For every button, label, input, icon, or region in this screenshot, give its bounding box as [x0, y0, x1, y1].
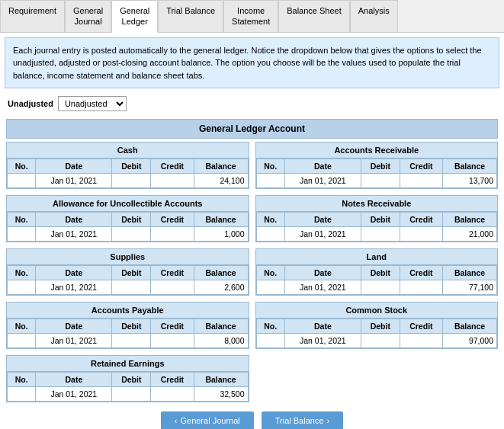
section-title: General Ledger Account: [6, 119, 498, 139]
main-content: General Ledger Account Cash No. Date Deb…: [0, 116, 504, 429]
col-credit: Credit: [400, 213, 443, 227]
supplies-table: No. Date Debit Credit Balance Jan 01, 20…: [7, 265, 249, 295]
col-balance: Balance: [443, 319, 497, 334]
ledger-accounts-payable: Accounts Payable No. Date Debit Credit B…: [6, 302, 249, 349]
col-no: No.: [256, 159, 284, 174]
col-date: Date: [36, 319, 112, 334]
col-balance: Balance: [194, 266, 248, 280]
col-date: Date: [36, 373, 112, 387]
tab-general-ledger[interactable]: GeneralLedger: [111, 0, 158, 33]
col-date: Date: [36, 213, 112, 227]
tab-trial-balance[interactable]: Trial Balance: [158, 0, 223, 32]
col-debit: Debit: [112, 213, 151, 227]
col-credit: Credit: [151, 159, 194, 174]
ar-header: Accounts Receivable: [256, 142, 498, 158]
ap-header: Accounts Payable: [7, 303, 249, 319]
col-credit: Credit: [151, 373, 194, 387]
col-no: No.: [8, 213, 36, 227]
tab-general-journal[interactable]: GeneralJournal: [65, 0, 111, 32]
col-date: Date: [36, 266, 112, 280]
re-header: Retained Earnings: [7, 356, 249, 372]
col-balance: Balance: [443, 266, 497, 280]
dropdown-label: Unadjusted: [8, 99, 53, 108]
ledger-retained-earnings: Retained Earnings No. Date Debit Credit …: [6, 355, 249, 402]
allowance-table: No. Date Debit Credit Balance Jan 01, 20…: [7, 212, 249, 242]
col-no: No.: [256, 319, 284, 334]
table-row: Jan 01, 2021 8,000: [8, 334, 249, 348]
col-no: No.: [256, 266, 284, 280]
col-debit: Debit: [361, 159, 400, 174]
table-row: Jan 01, 2021 1,000: [8, 227, 249, 242]
col-balance: Balance: [194, 319, 248, 334]
col-no: No.: [256, 213, 284, 227]
next-button-label: Trial Balance: [275, 416, 324, 425]
col-date: Date: [36, 159, 112, 174]
next-button[interactable]: Trial Balance ›: [262, 411, 343, 429]
col-debit: Debit: [112, 159, 151, 174]
nr-header: Notes Receivable: [256, 196, 498, 212]
tab-income-statement[interactable]: IncomeStatement: [223, 0, 278, 32]
col-balance: Balance: [194, 373, 248, 387]
col-debit: Debit: [112, 319, 151, 334]
col-credit: Credit: [151, 266, 194, 280]
allowance-header: Allowance for Uncollectible Accounts: [7, 196, 249, 212]
table-row: Jan 01, 2021 21,000: [256, 227, 497, 242]
table-row: Jan 01, 2021 32,500: [8, 387, 249, 402]
tab-analysis[interactable]: Analysis: [350, 0, 398, 32]
col-no: No.: [8, 266, 36, 280]
col-balance: Balance: [443, 159, 497, 174]
prev-arrow-icon: ‹: [175, 416, 178, 425]
next-arrow-icon: ›: [327, 416, 330, 425]
re-table: No. Date Debit Credit Balance Jan 01, 20…: [7, 372, 249, 402]
col-credit: Credit: [400, 319, 443, 334]
col-balance: Balance: [443, 213, 497, 227]
prev-button[interactable]: ‹ General Journal: [161, 411, 254, 429]
col-balance: Balance: [194, 213, 248, 227]
col-debit: Debit: [361, 213, 400, 227]
col-date: Date: [284, 266, 361, 280]
ar-table: No. Date Debit Credit Balance Jan 01, 20…: [256, 158, 498, 188]
tab-bar: Requirement GeneralJournal GeneralLedger…: [0, 0, 504, 33]
prev-button-label: General Journal: [180, 416, 239, 425]
col-debit: Debit: [112, 373, 151, 387]
cs-header: Common Stock: [256, 303, 498, 319]
cs-table: No. Date Debit Credit Balance Jan 01, 20…: [256, 319, 498, 348]
tab-requirement[interactable]: Requirement: [0, 0, 65, 32]
ledger-notes-receivable: Notes Receivable No. Date Debit Credit B…: [255, 195, 499, 242]
balance-type-dropdown[interactable]: Unadjusted Adjusted Post-closing: [58, 96, 127, 111]
table-row: Jan 01, 2021 2,600: [8, 280, 249, 295]
ledger-common-stock: Common Stock No. Date Debit Credit Balan…: [255, 302, 499, 349]
table-row: Jan 01, 2021 97,000: [256, 334, 497, 348]
tab-balance-sheet[interactable]: Balance Sheet: [278, 0, 350, 32]
col-credit: Credit: [151, 213, 194, 227]
land-header: Land: [256, 249, 498, 265]
col-debit: Debit: [361, 319, 400, 334]
col-balance: Balance: [194, 159, 248, 174]
col-credit: Credit: [151, 319, 194, 334]
ledger-allowance: Allowance for Uncollectible Accounts No.…: [6, 195, 249, 242]
ledger-supplies: Supplies No. Date Debit Credit Balance J…: [6, 248, 249, 296]
ledger-cash: Cash No. Date Debit Credit Balance Jan 0…: [6, 142, 249, 189]
ledger-grid: Cash No. Date Debit Credit Balance Jan 0…: [6, 142, 498, 402]
col-date: Date: [284, 213, 361, 227]
col-debit: Debit: [112, 266, 151, 280]
empty-cell: [255, 355, 499, 402]
table-row: Jan 01, 2021 24,100: [8, 174, 249, 188]
ledger-land: Land No. Date Debit Credit Balance Jan 0…: [255, 248, 499, 296]
land-table: No. Date Debit Credit Balance Jan 01, 20…: [256, 265, 498, 295]
col-credit: Credit: [400, 266, 443, 280]
nr-table: No. Date Debit Credit Balance Jan 01, 20…: [256, 212, 498, 242]
col-date: Date: [284, 159, 361, 174]
info-box: Each journal entry is posted automatical…: [5, 37, 499, 89]
cash-table: No. Date Debit Credit Balance Jan 01, 20…: [7, 158, 249, 188]
col-date: Date: [284, 319, 361, 334]
col-no: No.: [8, 373, 36, 387]
nav-buttons: ‹ General Journal Trial Balance ›: [6, 411, 498, 429]
supplies-header: Supplies: [7, 249, 249, 265]
ap-table: No. Date Debit Credit Balance Jan 01, 20…: [7, 319, 249, 348]
ledger-accounts-receivable: Accounts Receivable No. Date Debit Credi…: [255, 142, 499, 189]
dropdown-area: Unadjusted Unadjusted Adjusted Post-clos…: [0, 93, 504, 116]
col-credit: Credit: [400, 159, 443, 174]
col-debit: Debit: [361, 266, 400, 280]
cash-header: Cash: [7, 142, 249, 158]
